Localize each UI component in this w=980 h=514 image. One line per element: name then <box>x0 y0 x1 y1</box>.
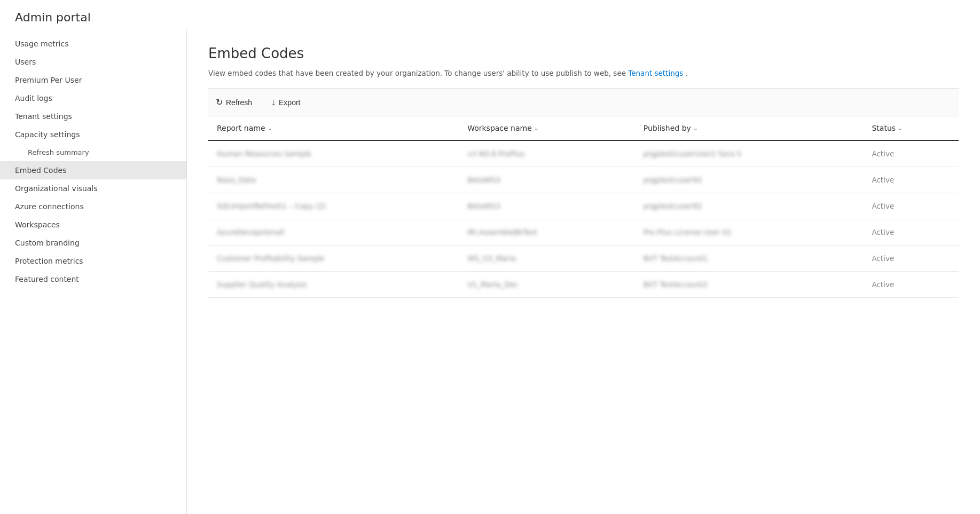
sidebar-item-featured-content[interactable]: Featured content <box>0 270 186 288</box>
sidebar-item-premium-per-user[interactable]: Premium Per User <box>0 71 186 89</box>
cell-status: Active <box>863 272 959 298</box>
cell-status: Active <box>863 167 959 193</box>
refresh-button[interactable]: ↻ Refresh <box>208 94 260 110</box>
cell-published-by: Pro Plus License User 01 <box>635 219 864 246</box>
col-header-published-by[interactable]: Published by ⌄ <box>635 116 864 140</box>
refresh-icon: ↻ <box>216 97 223 107</box>
sidebar-item-custom-branding[interactable]: Custom branding <box>0 234 186 252</box>
sidebar-item-capacity-settings[interactable]: Capacity settings <box>0 125 186 144</box>
page-title: Embed Codes <box>208 45 959 61</box>
cell-status: Active <box>863 193 959 219</box>
cell-report-name: SQLImportRefresh1 – Copy (2) <box>208 193 459 219</box>
cell-workspace-name: BetaWS3 <box>459 193 635 219</box>
table-row: Nasa_DataBetaWS3prgplestcuser92Active <box>208 167 959 193</box>
cell-status: Active <box>863 246 959 272</box>
cell-published-by: prgplesticuserUser2 Sara S <box>635 140 864 167</box>
table-row: Supplier Quality AnalysisV1_Maria_DecBVT… <box>208 272 959 298</box>
cell-report-name: Supplier Quality Analysis <box>208 272 459 298</box>
table-row: AzureDevopsSmallIRI.AssembleBkTestPro Pl… <box>208 219 959 246</box>
table-row: SQLImportRefresh1 – Copy (2)BetaWS3prgpl… <box>208 193 959 219</box>
sidebar-item-tenant-settings[interactable]: Tenant settings <box>0 107 186 125</box>
sidebar: Usage metricsUsersPremium Per UserAudit … <box>0 29 187 514</box>
chevron-down-icon: ⌄ <box>534 125 539 132</box>
cell-report-name: AzureDevopsSmall <box>208 219 459 246</box>
embed-codes-table: Report name ⌄ Workspace name ⌄ Published… <box>208 116 959 298</box>
cell-report-name: Customer Profitability Sample <box>208 246 459 272</box>
cell-workspace-name: v3 NO.8 ProPlus <box>459 140 635 167</box>
export-icon: ↓ <box>271 98 276 107</box>
chevron-down-icon: ⌄ <box>268 125 272 132</box>
sidebar-item-organizational-visuals[interactable]: Organizational visuals <box>0 179 186 197</box>
table-row: Customer Profitability SampleWS_V3_Maria… <box>208 246 959 272</box>
sidebar-item-workspaces[interactable]: Workspaces <box>0 216 186 234</box>
sidebar-item-users[interactable]: Users <box>0 53 186 71</box>
table-header-row: Report name ⌄ Workspace name ⌄ Published… <box>208 116 959 140</box>
cell-report-name: Human Resources Sample <box>208 140 459 167</box>
cell-published-by: prgplestcuser92 <box>635 193 864 219</box>
tenant-settings-link[interactable]: Tenant settings <box>628 69 683 77</box>
sidebar-item-usage-metrics[interactable]: Usage metrics <box>0 35 186 53</box>
cell-workspace-name: IRI.AssembleBkTest <box>459 219 635 246</box>
table-row: Human Resources Samplev3 NO.8 ProPlusprg… <box>208 140 959 167</box>
cell-published-by: BVT TestAccount1 <box>635 246 864 272</box>
cell-published-by: BVT TestAccount2 <box>635 272 864 298</box>
sidebar-item-embed-codes[interactable]: Embed Codes <box>0 161 186 179</box>
cell-status: Active <box>863 219 959 246</box>
toolbar: ↻ Refresh ↓ Export <box>208 88 959 116</box>
col-header-workspace-name[interactable]: Workspace name ⌄ <box>459 116 635 140</box>
sidebar-item-audit-logs[interactable]: Audit logs <box>0 89 186 107</box>
col-header-report-name[interactable]: Report name ⌄ <box>208 116 459 140</box>
cell-workspace-name: BetaWS3 <box>459 167 635 193</box>
cell-published-by: prgplestcuser92 <box>635 167 864 193</box>
cell-workspace-name: WS_V3_Maria <box>459 246 635 272</box>
chevron-down-icon: ⌄ <box>693 125 698 132</box>
col-header-status[interactable]: Status ⌄ <box>863 116 959 140</box>
chevron-down-icon: ⌄ <box>898 125 903 132</box>
sidebar-item-azure-connections[interactable]: Azure connections <box>0 197 186 216</box>
sidebar-item-protection-metrics[interactable]: Protection metrics <box>0 252 186 270</box>
cell-status: Active <box>863 140 959 167</box>
cell-workspace-name: V1_Maria_Dec <box>459 272 635 298</box>
export-button[interactable]: ↓ Export <box>264 94 308 110</box>
app-title: Admin portal <box>0 0 980 29</box>
main-content: Embed Codes View embed codes that have b… <box>187 29 980 514</box>
cell-report-name: Nasa_Data <box>208 167 459 193</box>
sidebar-item-refresh-summary[interactable]: Refresh summary <box>0 144 186 161</box>
page-description: View embed codes that have been created … <box>208 69 959 77</box>
